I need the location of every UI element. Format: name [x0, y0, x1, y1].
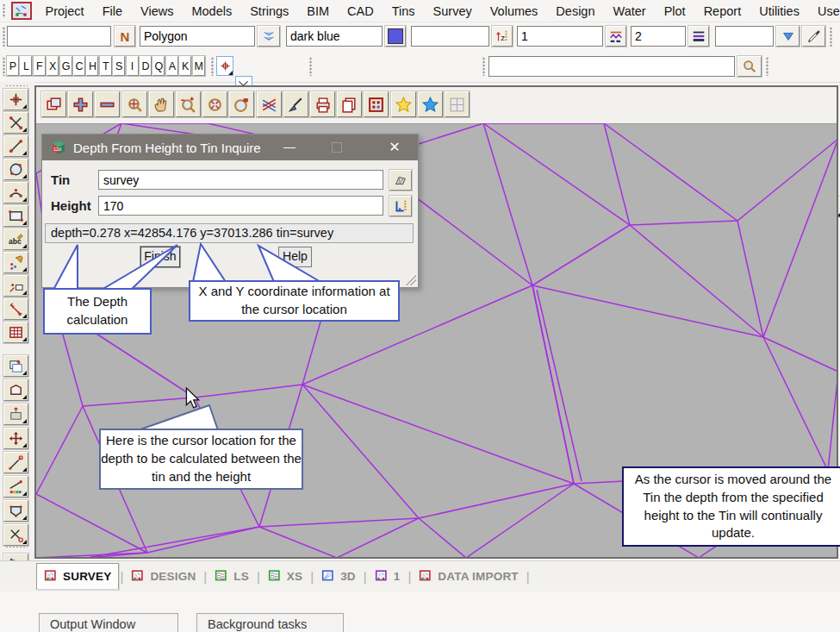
create-text-button[interactable]: abc	[3, 228, 28, 250]
line-weight-button[interactable]	[688, 26, 709, 47]
height-picker-button[interactable]	[389, 196, 412, 216]
z-value-field[interactable]	[411, 26, 489, 47]
cad-letter-x-button[interactable]: X	[47, 56, 59, 76]
weight-field[interactable]	[517, 26, 603, 47]
background-tasks-panel[interactable]: Background tasks	[196, 613, 344, 632]
height-input[interactable]	[98, 196, 383, 216]
zoom-out-button[interactable]	[95, 91, 120, 117]
menu-item-design[interactable]: Design	[547, 4, 604, 18]
cad-letter-c-button[interactable]: C	[73, 56, 85, 76]
menu-item-strings[interactable]: Strings	[241, 4, 298, 18]
toolbar-grip[interactable]	[3, 57, 5, 76]
new-view-button[interactable]	[41, 91, 66, 117]
menu-item-survey[interactable]: Survey	[424, 4, 481, 18]
colour-swatch-button[interactable]	[385, 26, 406, 47]
dialog-titlebar[interactable]: 12d Depth From Height to Tin Inquire — ✕	[42, 135, 418, 160]
finish-button[interactable]: Finish	[140, 247, 180, 267]
colour-line-button[interactable]	[3, 476, 28, 497]
zoom-extents-button[interactable]	[122, 91, 147, 117]
copy-window-button[interactable]	[3, 355, 28, 377]
tab-survey[interactable]: SURVEY	[36, 563, 119, 590]
cad-letter-m-button[interactable]: M	[193, 56, 205, 76]
cad-letter-a-button[interactable]: A	[166, 56, 178, 76]
toolbar-grip[interactable]	[5, 546, 28, 548]
view-menu-button[interactable]	[364, 91, 389, 117]
create-symbol-button[interactable]	[3, 252, 28, 273]
zoom-previous-button[interactable]	[229, 91, 254, 117]
toolbar-grip[interactable]	[3, 3, 5, 18]
model-chevron-button[interactable]	[258, 26, 280, 47]
search-button[interactable]	[737, 56, 762, 77]
cad-letter-k-button[interactable]: K	[179, 56, 191, 76]
minimize-button[interactable]: —	[275, 135, 304, 160]
create-circle-button[interactable]	[3, 159, 28, 180]
favourites-yellow-button[interactable]	[391, 91, 416, 117]
cad-letter-p-button[interactable]: P	[7, 56, 19, 76]
delete-button[interactable]	[3, 524, 28, 546]
maximize-button[interactable]	[332, 142, 342, 153]
create-polygon-button[interactable]	[3, 379, 28, 401]
z-value-button[interactable]: z	[492, 26, 513, 47]
menu-item-project[interactable]: Project	[36, 4, 93, 18]
menu-item-cad[interactable]: CAD	[339, 4, 383, 18]
menu-item-plot[interactable]: Plot	[655, 4, 694, 18]
cad-letter-s-button[interactable]: S	[113, 56, 125, 76]
cad-letter-f-button[interactable]: F	[34, 56, 46, 76]
window-layout-button[interactable]	[445, 91, 470, 117]
snap-point-button[interactable]	[216, 56, 233, 76]
tab-3d[interactable]: 3D	[314, 564, 363, 589]
tab-design[interactable]: DESIGN	[124, 564, 202, 589]
menu-item-water[interactable]: Water	[604, 4, 655, 18]
menu-item-file[interactable]: File	[93, 4, 131, 18]
linestyle-button[interactable]	[606, 26, 626, 47]
toolbar-grip[interactable]	[830, 27, 832, 47]
tab-xs[interactable]: XS	[261, 564, 309, 589]
insert-image-button[interactable]	[3, 404, 28, 425]
dialog-resize-grip[interactable]	[406, 275, 416, 285]
create-table-button[interactable]	[3, 322, 28, 343]
clean-view-button[interactable]	[283, 91, 308, 117]
search-input[interactable]	[488, 56, 735, 77]
cad-letter-i-button[interactable]: I	[127, 56, 139, 76]
paste-point-button[interactable]	[3, 275, 28, 297]
extend-button[interactable]	[3, 452, 28, 473]
menu-item-report[interactable]: Report	[694, 4, 750, 18]
depth-inquire-dialog[interactable]: 12d Depth From Height to Tin Inquire — ✕…	[41, 134, 419, 288]
create-rectangle-button[interactable]	[3, 205, 28, 227]
toolbar-grip[interactable]	[211, 57, 214, 76]
toolbar-grip[interactable]	[3, 27, 5, 47]
create-line-button[interactable]	[3, 135, 28, 157]
plot-button[interactable]	[310, 91, 335, 117]
menu-item-volumes[interactable]: Volumes	[481, 4, 547, 18]
cad-letter-h-button[interactable]: H	[86, 56, 98, 76]
extra-attribute-field[interactable]	[715, 26, 774, 47]
move-button[interactable]	[3, 428, 28, 449]
zoom-dynamic-button[interactable]	[176, 91, 201, 117]
zoom-in-button[interactable]	[68, 91, 93, 117]
name-box-button[interactable]: N	[115, 26, 135, 47]
pan-button[interactable]	[149, 91, 174, 117]
output-window-panel[interactable]: Output Window	[39, 613, 178, 632]
toolbar-grip[interactable]	[5, 84, 28, 87]
style-field[interactable]	[631, 26, 686, 47]
cad-letter-t-button[interactable]: T	[100, 56, 112, 76]
menu-item-views[interactable]: Views	[132, 4, 183, 18]
menu-item-models[interactable]: Models	[183, 4, 241, 18]
favourites-blue-button[interactable]	[418, 91, 443, 117]
measure-button[interactable]	[3, 298, 28, 320]
menu-item-bim[interactable]: BIM	[298, 4, 339, 18]
copy-view-button[interactable]	[337, 91, 362, 117]
toolbar-grip[interactable]	[482, 57, 485, 76]
name-field[interactable]	[7, 26, 111, 47]
boundary-button[interactable]	[3, 500, 28, 522]
cad-letter-g-button[interactable]: G	[60, 56, 72, 76]
cad-letter-l-button[interactable]: L	[20, 56, 32, 76]
cad-letter-d-button[interactable]: D	[140, 56, 152, 76]
toolbar-grip[interactable]	[309, 57, 312, 76]
menu-item-user[interactable]: User	[808, 4, 840, 18]
eyedropper-button[interactable]	[802, 26, 825, 47]
tab-1[interactable]: 1	[368, 564, 408, 589]
tab-ls[interactable]: LS	[208, 564, 256, 589]
create-crossing-button[interactable]	[3, 112, 28, 134]
help-button[interactable]: Help	[278, 247, 312, 267]
